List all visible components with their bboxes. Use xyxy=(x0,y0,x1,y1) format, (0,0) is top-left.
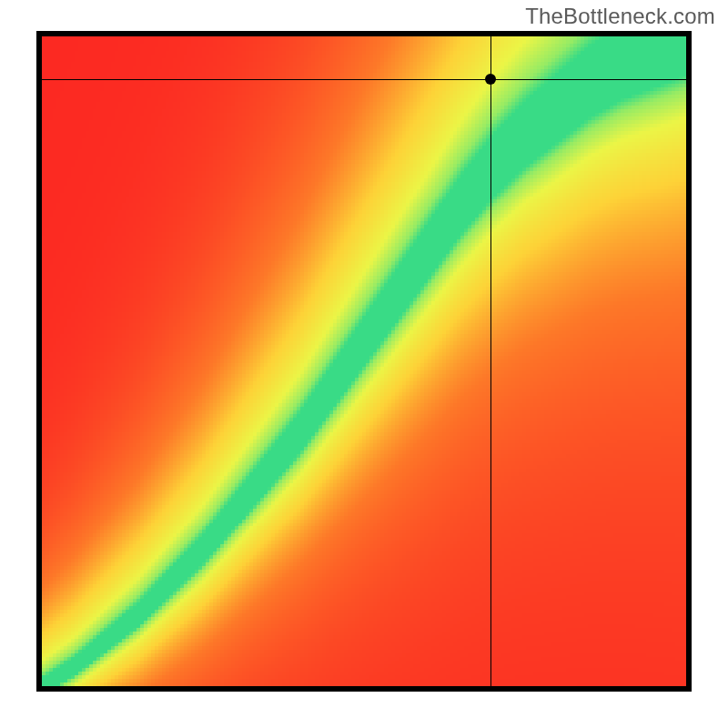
crosshair-vertical xyxy=(490,36,491,686)
plot-frame xyxy=(36,31,692,692)
watermark-text: TheBottleneck.com xyxy=(525,4,715,29)
selection-marker xyxy=(485,74,496,85)
bottleneck-heatmap xyxy=(42,36,686,686)
crosshair-horizontal xyxy=(42,79,686,80)
